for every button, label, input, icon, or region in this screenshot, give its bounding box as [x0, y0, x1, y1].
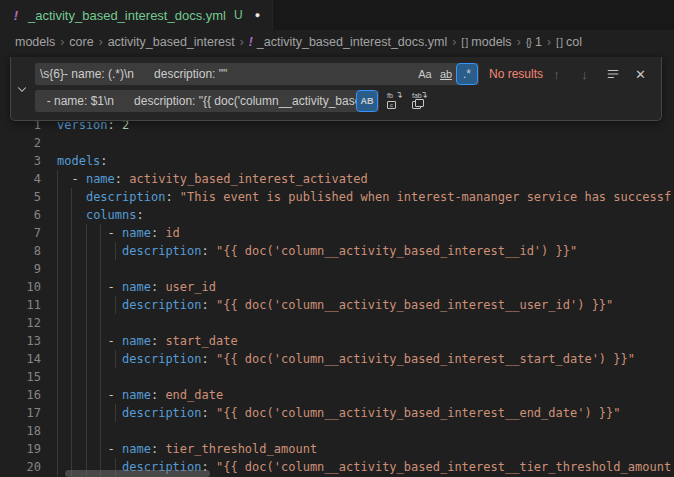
code-line[interactable]: 15 — [0, 368, 674, 386]
preserve-case-icon[interactable]: AB — [357, 91, 377, 111]
editor-pane[interactable]: \s{6}- name: (.*)\n description: "" Aa a… — [0, 53, 674, 477]
code-line[interactable]: 8 description: "{{ doc('column__activity… — [0, 242, 674, 260]
line-number: 4 — [0, 170, 41, 188]
whole-word-icon[interactable]: ab — [436, 64, 456, 84]
breadcrumb: models›core›activity_based_interest›!_ac… — [0, 30, 674, 53]
indent-guide — [71, 242, 72, 260]
indent-guide — [100, 368, 101, 386]
indent-guide — [57, 368, 58, 386]
code-line[interactable]: 19 - name: tier_threshold_amount — [0, 440, 674, 458]
replace-input-value: - name: $1\n description: "{{ doc('colum… — [40, 94, 356, 108]
code-line[interactable]: 6 columns: — [0, 206, 674, 224]
code-line[interactable]: 12 — [0, 314, 674, 332]
code-line-text: columns: — [57, 206, 144, 224]
indent-guide — [57, 404, 58, 422]
indent-guide — [100, 386, 101, 404]
indent-guide — [100, 278, 101, 296]
code-line-text: - name: end_date — [57, 386, 223, 404]
code-line[interactable]: 18 — [0, 422, 674, 440]
indent-guide — [86, 440, 87, 458]
indent-guide — [115, 296, 116, 314]
code-area[interactable]: 1version: 223models:4 - name: activity_b… — [0, 116, 674, 476]
breadcrumb-separator: › — [547, 35, 551, 49]
symbol-array-icon: [ ] — [461, 36, 467, 48]
breadcrumb-item-models[interactable]: models — [15, 35, 55, 49]
indent-guide — [71, 350, 72, 368]
breadcrumb-item-1[interactable]: {}1 — [526, 35, 542, 49]
indent-guide — [57, 278, 58, 296]
breadcrumb-label: activity_based_interest — [108, 35, 235, 49]
replace-input[interactable]: - name: $1\n description: "{{ doc('colum… — [35, 90, 379, 112]
code-line[interactable]: 14 description: "{{ doc('column__activit… — [0, 350, 674, 368]
symbol-object-icon: {} — [526, 36, 531, 48]
code-line[interactable]: 2 — [0, 134, 674, 152]
line-number: 2 — [0, 134, 41, 152]
find-nav-group: ↑ ↓ ✕ — [548, 66, 653, 83]
code-line[interactable]: 3models: — [0, 152, 674, 170]
indent-guide — [86, 422, 87, 440]
indent-guide — [100, 260, 101, 278]
indent-guide — [86, 386, 87, 404]
indent-guide — [57, 296, 58, 314]
find-in-selection-icon[interactable] — [604, 66, 621, 83]
code-line[interactable]: 10 - name: user_id — [0, 278, 674, 296]
line-number: 14 — [0, 350, 41, 368]
indent-guide — [115, 404, 116, 422]
replace-buttons: fb↴c fab↴ — [386, 92, 429, 110]
match-case-icon[interactable]: Aa — [415, 64, 435, 84]
regex-icon[interactable]: .* — [457, 64, 477, 84]
line-number: 12 — [0, 314, 41, 332]
breadcrumb-item-activity_based_interest[interactable]: activity_based_interest — [108, 35, 235, 49]
close-icon[interactable]: ✕ — [632, 66, 649, 83]
code-line-text: - name: tier_threshold_amount — [57, 440, 317, 458]
replace-all-icon[interactable]: fab↴ — [411, 92, 429, 110]
code-line[interactable]: 17 description: "{{ doc('column__activit… — [0, 404, 674, 422]
indent-guide — [57, 458, 58, 476]
breadcrumb-separator: › — [60, 35, 64, 49]
indent-guide — [100, 404, 101, 422]
find-replace-widget: \s{6}- name: (.*)\n description: "" Aa a… — [10, 57, 662, 121]
line-number: 9 — [0, 260, 41, 278]
find-input[interactable]: \s{6}- name: (.*)\n description: "" Aa a… — [35, 63, 479, 85]
indent-guide — [86, 260, 87, 278]
next-match-icon[interactable]: ↓ — [576, 66, 593, 83]
breadcrumb-item-_activity_based_interest_docs.yml[interactable]: !_activity_based_interest_docs.yml — [249, 35, 447, 49]
indent-guide — [86, 332, 87, 350]
code-line[interactable]: 11 description: "{{ doc('column__activit… — [0, 296, 674, 314]
breadcrumb-item-col[interactable]: [ ]col — [556, 35, 582, 49]
tab-activity-based-interest-docs[interactable]: ! _activity_based_interest_docs.yml U ● — [0, 0, 273, 30]
indent-guide — [57, 206, 58, 224]
indent-guide — [86, 314, 87, 332]
indent-guide — [57, 242, 58, 260]
breadcrumb-item-core[interactable]: core — [69, 35, 93, 49]
code-line[interactable]: 16 - name: end_date — [0, 386, 674, 404]
toggle-replace-chevron-down-icon[interactable] — [13, 80, 31, 98]
code-line[interactable]: 5 description: "This event is published … — [0, 188, 674, 206]
breadcrumb-item-models[interactable]: [ ]models — [461, 35, 511, 49]
find-status-text: No results — [489, 67, 543, 81]
indent-guide — [86, 368, 87, 386]
code-line[interactable]: 7 - name: id — [0, 224, 674, 242]
indent-guide — [86, 224, 87, 242]
code-line-text: description: "This event is published wh… — [57, 188, 671, 206]
code-line[interactable]: 4 - name: activity_based_interest_activa… — [0, 170, 674, 188]
code-line[interactable]: 9 — [0, 260, 674, 278]
code-line[interactable]: 13 - name: start_date — [0, 332, 674, 350]
breadcrumb-label: col — [566, 35, 582, 49]
modified-dot-close-button[interactable]: ● — [255, 10, 260, 20]
indent-guide — [100, 350, 101, 368]
horizontal-scrollbar-thumb[interactable] — [65, 470, 210, 477]
line-number: 19 — [0, 440, 41, 458]
indent-guide — [86, 242, 87, 260]
line-number: 5 — [0, 188, 41, 206]
tab-title: _activity_based_interest_docs.yml — [28, 8, 226, 23]
replace-one-icon[interactable]: fb↴c — [386, 92, 404, 110]
indent-guide — [86, 404, 87, 422]
indent-guide — [86, 350, 87, 368]
indent-guide — [57, 224, 58, 242]
breadcrumb-separator: › — [240, 35, 244, 49]
line-number: 20 — [0, 458, 41, 476]
breadcrumb-label: 1 — [535, 35, 542, 49]
previous-match-icon[interactable]: ↑ — [548, 66, 565, 83]
indent-guide — [100, 314, 101, 332]
